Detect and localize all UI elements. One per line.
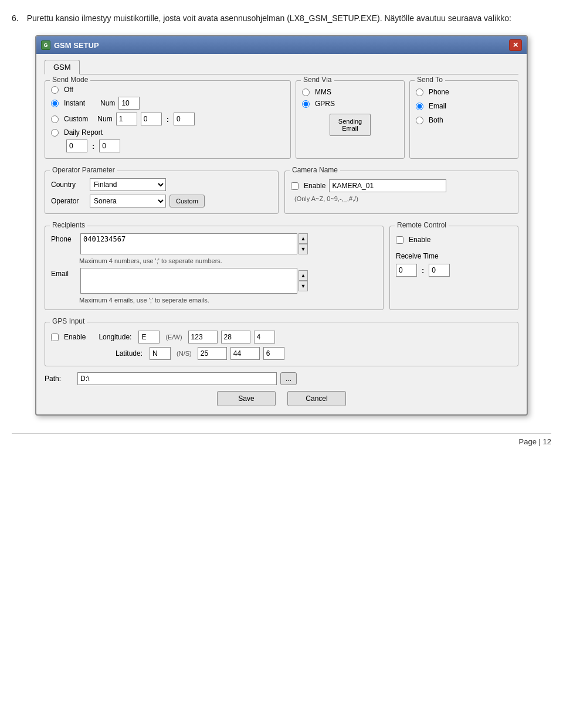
both-label-sendto: Both — [429, 116, 443, 124]
send-to-email-radio[interactable] — [416, 103, 423, 110]
phone-textarea[interactable]: 0401234567 — [80, 233, 297, 254]
phone-scroll-up[interactable]: ▲ — [299, 233, 308, 244]
lat-sec-input[interactable] — [263, 347, 284, 360]
gps-enable-checkbox[interactable] — [51, 334, 59, 341]
email-scroll-up[interactable]: ▲ — [299, 270, 308, 281]
send-to-phone-radio[interactable] — [416, 89, 423, 96]
browse-button[interactable]: ... — [280, 372, 297, 385]
send-to-both-radio[interactable] — [416, 117, 423, 124]
lat-deg-input[interactable] — [198, 347, 227, 360]
send-via-label: Send Via — [301, 76, 334, 84]
camera-name-enable-checkbox[interactable] — [291, 182, 299, 190]
lon-ew-note: (E/W) — [165, 334, 182, 341]
tab-bar: GSM — [45, 60, 518, 74]
gsm-setup-dialog: G GSM SETUP ✕ GSM Send Mode Off — [35, 35, 528, 416]
email-scroll-down[interactable]: ▼ — [299, 281, 308, 291]
path-input[interactable] — [77, 372, 277, 385]
remote-control-enable-checkbox[interactable] — [396, 236, 403, 244]
send-via-mms-radio[interactable] — [302, 89, 310, 96]
send-mode-label: Send Mode — [50, 76, 90, 84]
daily-m-input[interactable] — [99, 140, 120, 152]
intro-paragraph: 6. Purettu kansio ilmestyy muistikortill… — [12, 12, 551, 25]
send-via-group: Send Via MMS GPRS Sending Email — [296, 80, 405, 159]
latitude-label: Latitude: — [116, 349, 143, 358]
save-button[interactable]: Save — [217, 391, 276, 406]
sending-email-button[interactable]: Sending Email — [330, 114, 371, 136]
email-textarea[interactable] — [80, 268, 297, 294]
daily-h-input[interactable] — [66, 140, 87, 152]
receive-time-m-input[interactable] — [429, 264, 450, 277]
lat-ns-input[interactable] — [150, 347, 171, 360]
lon-sec-input[interactable] — [254, 331, 275, 343]
send-via-gprs-radio[interactable] — [302, 100, 310, 108]
mms-label: MMS — [315, 88, 331, 96]
email-hint: Maximum 4 emails, use ';' to seperate em… — [79, 297, 209, 304]
send-mode-daily-radio[interactable] — [51, 129, 59, 137]
operator-select[interactable]: Sonera — [90, 195, 166, 207]
camera-name-label: Camera Name — [290, 166, 340, 174]
num-label-custom: Num — [97, 115, 112, 123]
receive-time-label: Receive Time — [396, 252, 512, 260]
footer-buttons: Save Cancel — [45, 391, 518, 406]
longitude-label: Longitude: — [99, 333, 131, 341]
send-mode-custom-radio[interactable] — [51, 115, 59, 123]
country-label: Country — [51, 181, 86, 189]
send-mode-instant-label: Instant — [64, 99, 85, 107]
custom-operator-button[interactable]: Custom — [169, 195, 205, 207]
custom-m-input[interactable] — [174, 113, 195, 125]
send-mode-daily-label: Daily Report — [64, 128, 103, 137]
remote-control-group: Remote Control Enable Receive Time : — [389, 226, 518, 310]
close-button[interactable]: ✕ — [509, 39, 522, 51]
phone-hint: Maximum 4 numbers, use ';' to seperate n… — [79, 257, 222, 264]
dialog-app-icon: G — [41, 40, 50, 50]
page-footer: Page | 12 — [12, 433, 551, 446]
path-label: Path: — [45, 375, 74, 383]
dialog-title: GSM SETUP — [54, 41, 99, 50]
cancel-button[interactable]: Cancel — [287, 391, 346, 406]
custom-h-input[interactable] — [141, 113, 162, 125]
lat-ns-note: (N/S) — [177, 350, 192, 357]
send-mode-off-radio[interactable] — [51, 86, 59, 94]
lon-deg-input[interactable] — [188, 331, 218, 343]
recipients-group: Recipients Phone 0401234567 ▲ ▼ Maximum … — [45, 226, 384, 310]
operator-parameter-label: Operator Parameter — [50, 166, 117, 174]
lat-min-input[interactable] — [230, 347, 260, 360]
phone-label-recipients: Phone — [51, 233, 77, 243]
country-select[interactable]: Finland — [90, 178, 166, 191]
lon-ew-input[interactable] — [138, 331, 160, 343]
gps-input-label: GPS Input — [50, 317, 87, 325]
camera-name-group: Camera Name Enable (Only A~Z, 0~9,-,_,#,… — [284, 171, 518, 214]
remote-control-enable-label: Enable — [409, 236, 430, 244]
num-label-instant: Num — [100, 99, 115, 107]
send-mode-instant-radio[interactable] — [51, 100, 59, 107]
operator-parameter-group: Operator Parameter Country Finland Opera… — [45, 171, 279, 214]
gps-input-group: GPS Input Enable Longitude: (E/W) Latitu… — [45, 322, 518, 366]
remote-control-label: Remote Control — [395, 221, 449, 229]
send-mode-custom-label: Custom — [64, 115, 88, 123]
camera-name-hint: (Only A~Z, 0~9,-,_,#,/) — [294, 195, 358, 202]
custom-num-input[interactable] — [116, 113, 137, 125]
receive-time-h-input[interactable] — [396, 264, 417, 277]
phone-scroll-down[interactable]: ▼ — [299, 244, 308, 254]
dialog-titlebar: G GSM SETUP ✕ — [36, 36, 527, 54]
lon-min-input[interactable] — [221, 331, 250, 343]
instant-num-input[interactable]: 10 — [118, 97, 140, 110]
tab-gsm[interactable]: GSM — [45, 60, 80, 74]
send-to-group: Send To Phone Email Both — [409, 80, 518, 159]
gprs-label: GPRS — [315, 100, 335, 108]
camera-name-input[interactable] — [329, 179, 446, 192]
send-to-label: Send To — [415, 76, 445, 84]
operator-label: Operator — [51, 197, 86, 205]
send-mode-off-label: Off — [64, 86, 73, 94]
email-label-sendto: Email — [429, 102, 446, 110]
camera-name-enable-label: Enable — [304, 182, 325, 190]
phone-label-sendto: Phone — [429, 88, 449, 96]
email-label-recipients: Email — [51, 268, 77, 278]
recipients-label: Recipients — [50, 221, 87, 229]
gps-enable-label: Enable — [64, 333, 86, 341]
send-mode-group: Send Mode Off Instant Num 10 Custom — [45, 80, 291, 159]
